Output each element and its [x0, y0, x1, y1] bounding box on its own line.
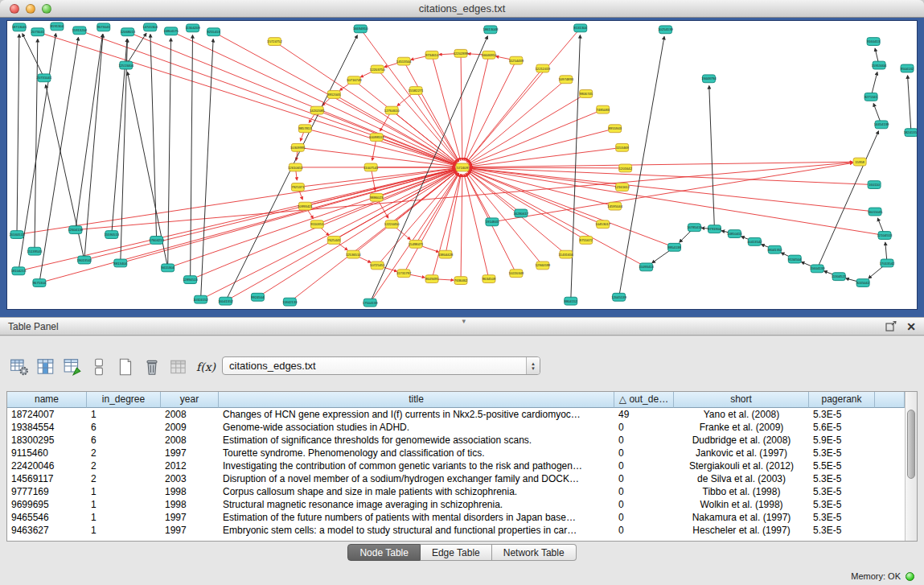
graph-node[interactable]: 9675304 — [33, 279, 47, 287]
graph-node[interactable]: 15139543 — [27, 247, 43, 255]
table-row[interactable]: 1830029562008Estimation of significance … — [7, 434, 917, 447]
graph-node[interactable]: 11842133 — [282, 298, 298, 306]
graph-node[interactable]: 9924504 — [251, 293, 265, 301]
graph-edge[interactable] — [462, 162, 852, 167]
graph-node[interactable]: 12104513 — [877, 232, 893, 240]
compact-rows-icon[interactable] — [88, 356, 112, 379]
graph-node[interactable]: 16041352 — [218, 297, 233, 305]
graph-edge[interactable] — [168, 39, 171, 268]
edit-rows-icon[interactable] — [61, 356, 85, 379]
graph-node[interactable]: 12536514 — [346, 250, 361, 258]
graph-node[interactable]: 11304521 — [832, 273, 847, 281]
graph-node[interactable]: 13804428 — [438, 250, 454, 258]
graph-edge[interactable] — [17, 35, 19, 235]
create-table-icon[interactable] — [114, 356, 138, 379]
graph-edge[interactable] — [470, 168, 875, 212]
graph-node[interactable]: 9734610 — [425, 51, 439, 59]
graph-edge[interactable] — [370, 173, 458, 303]
graph-node[interactable]: 15913404 — [872, 61, 887, 69]
graph-node[interactable]: 15958 — [853, 158, 866, 166]
graph-node[interactable]: 1153469 — [616, 143, 630, 151]
column-header-name[interactable]: name — [7, 392, 87, 408]
graph-node[interactable]: 9415304 — [161, 264, 175, 272]
graph-node[interactable]: 16011045 — [868, 208, 883, 216]
graph-node[interactable]: 12224450 — [384, 220, 400, 229]
graph-edge[interactable] — [404, 61, 459, 161]
graph-edge[interactable] — [470, 167, 626, 168]
close-panel-icon[interactable]: ✕ — [906, 320, 916, 333]
graph-node[interactable]: 10974893 — [558, 76, 573, 84]
graph-node[interactable]: 17604213 — [149, 237, 164, 245]
close-window-icon[interactable] — [10, 4, 19, 14]
graph-node[interactable]: 9634509 — [483, 275, 496, 283]
table-row[interactable]: 969969511998Structural magnetic resonanc… — [7, 498, 917, 511]
graph-edge[interactable] — [469, 93, 586, 163]
graph-node[interactable]: 16646910 — [482, 51, 497, 59]
tab-edge-table[interactable]: Edge Table — [421, 544, 492, 561]
graph-node[interactable]: 20731041 — [37, 74, 52, 82]
graph-node[interactable]: 15604139 — [810, 265, 825, 273]
column-header-short[interactable]: short — [674, 392, 809, 408]
graph-edge[interactable] — [908, 76, 911, 133]
graph-edge[interactable] — [461, 53, 462, 160]
graph-node[interactable]: 18241352 — [904, 129, 917, 137]
table-row[interactable]: 911546021997Tourette syndrome. Phenomeno… — [7, 447, 917, 459]
graph-edge[interactable] — [23, 34, 44, 78]
graph-node[interactable]: 12202899 — [454, 49, 469, 57]
network-canvas[interactable]: 5724091201642115346989559437485083980674… — [7, 21, 917, 309]
graph-node[interactable]: 18713041 — [12, 23, 27, 31]
column-header-in_degree[interactable]: in_degree — [87, 392, 161, 408]
graph-node[interactable]: 12513404 — [118, 61, 133, 69]
graph-edge[interactable] — [470, 129, 615, 166]
column-header-year[interactable]: year — [161, 392, 219, 408]
graph-edge[interactable] — [446, 175, 461, 254]
graph-node[interactable]: 9954139 — [667, 243, 681, 251]
graph-node[interactable]: 9245042 — [856, 279, 870, 287]
graph-node[interactable]: 15724752 — [267, 38, 282, 46]
panel-grip-icon[interactable]: ▾ — [462, 317, 466, 325]
graph-node[interactable]: 10725451 — [370, 262, 385, 270]
graph-edge[interactable] — [432, 174, 461, 278]
graph-node[interactable]: 11431656 — [559, 250, 574, 258]
graph-node[interactable]: 12203750 — [370, 65, 385, 73]
graph-node[interactable]: 12940599 — [536, 262, 551, 270]
graph-edge[interactable] — [121, 169, 456, 263]
graph-node[interactable]: 12604138 — [68, 226, 84, 234]
graph-edge[interactable] — [168, 170, 456, 268]
graph-node[interactable]: 12212419 — [536, 64, 551, 72]
graph-node[interactable]: 20160513 — [10, 231, 25, 239]
graph-node[interactable]: 16694910 — [353, 25, 368, 33]
graph-node[interactable]: 12161612 — [614, 183, 630, 192]
graph-node[interactable]: 14850413 — [727, 230, 742, 238]
window-titlebar[interactable]: citations_edges.txt — [0, 0, 924, 18]
table-row[interactable]: 1456911722003Disruption of a novel membe… — [7, 472, 917, 485]
graph-edge[interactable] — [817, 131, 878, 269]
table-settings-icon[interactable] — [8, 356, 32, 379]
graph-node[interactable]: 572409 — [456, 163, 469, 171]
graph-node[interactable]: 11304209 — [185, 24, 200, 32]
graph-node[interactable]: 8191304 — [51, 23, 64, 31]
graph-node[interactable]: 9857813 — [298, 125, 312, 133]
graph-node[interactable]: 12894513 — [183, 276, 198, 284]
graph-edge[interactable] — [171, 31, 456, 164]
graph-edge[interactable] — [468, 80, 566, 163]
graph-edge[interactable] — [126, 33, 146, 65]
graph-node[interactable]: 1201642 — [618, 164, 632, 172]
minimize-window-icon[interactable] — [26, 4, 35, 14]
graph-edge[interactable] — [201, 39, 214, 300]
graph-node[interactable]: 9255413 — [207, 28, 220, 36]
graph-node[interactable]: 8955943 — [609, 125, 622, 133]
graph-edge[interactable] — [377, 69, 458, 162]
table-selector[interactable]: citations_edges.txt ▲▼ — [222, 356, 540, 375]
graph-node[interactable]: 9504132 — [901, 64, 914, 72]
column-header-pagerank[interactable]: pagerank — [809, 392, 875, 408]
graph-edge[interactable] — [492, 163, 852, 222]
graph-node[interactable]: 16804175 — [163, 27, 179, 35]
graph-node[interactable]: 15590513 — [104, 231, 119, 239]
graph-node[interactable]: 160110 — [868, 181, 881, 189]
graph-node[interactable]: 12045139 — [611, 293, 626, 301]
graph-node[interactable]: 12610651 — [288, 163, 303, 171]
graph-node[interactable]: 14513504 — [396, 57, 412, 65]
graph-node[interactable]: 10309995 — [290, 143, 306, 151]
function-builder-icon[interactable]: f(x) — [194, 356, 218, 379]
